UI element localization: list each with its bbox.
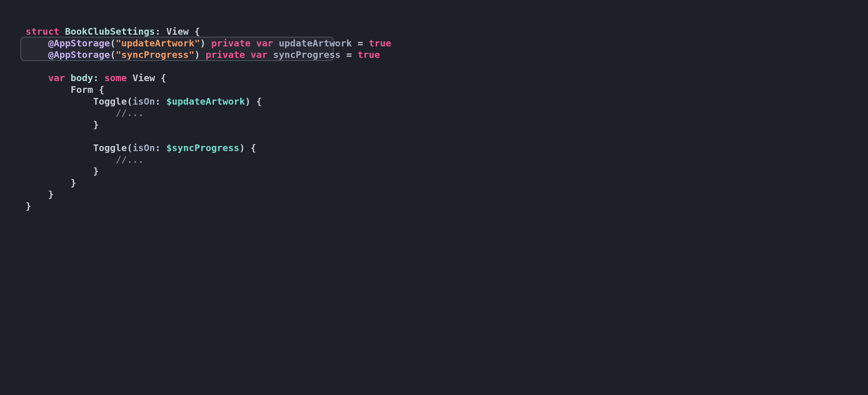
code-line-9: } [26,119,99,130]
paren-open: ( [127,96,133,107]
space [65,72,71,83]
space [245,49,251,60]
indent [26,84,48,95]
comment: //... [116,107,144,118]
indent [48,177,71,188]
indent [26,107,48,118]
code-line-2: @AppStorage("updateArtwork") private var… [26,38,391,49]
type-view: View [133,72,155,83]
keyword-private: private [206,49,245,60]
code-line-14: } [26,177,76,188]
code-line-3: @AppStorage("syncProgress") private var … [26,49,380,60]
attribute-appstorage: @AppStorage [48,38,110,49]
equals: = [346,49,352,60]
indent [70,96,93,107]
keyword-private: private [211,38,251,49]
space [161,96,166,107]
indent [48,84,71,95]
keyword-some: some [104,72,127,83]
indent [26,38,48,49]
code-line-11: Toggle(isOn: $syncProgress) { [26,142,256,153]
protocol-name: View [166,26,189,37]
brace-close: } [26,201,31,211]
indent [93,154,116,165]
string-literal: "syncProgress" [116,49,194,60]
binding: $syncProgress [166,142,240,153]
space [341,49,346,60]
indent [26,119,48,130]
brace-open: { [194,26,200,37]
code-line-15: } [26,189,54,200]
string-literal: "updateArtwork" [116,38,200,49]
code-line-5: var body: some View { [26,72,166,83]
indent [70,107,93,118]
space [251,38,256,49]
space [200,49,206,60]
code-line-16: } [26,201,31,211]
space [93,84,99,95]
space [161,142,166,153]
space [155,72,161,83]
equals: = [358,38,363,49]
indent [70,154,93,165]
brace-open: { [161,72,166,83]
indent [26,96,48,107]
paren-close: ) [245,96,251,107]
arg-label: isOn [133,96,155,107]
indent [26,177,48,188]
keyword-var: var [256,38,273,49]
space [352,38,358,49]
arg-label: isOn [133,142,155,153]
space [127,72,133,83]
indent [26,189,48,200]
brace-close: } [93,119,99,130]
paren-close: ) [200,38,206,49]
colon: : [155,142,161,153]
indent [26,142,48,153]
paren-close: ) [239,142,245,153]
paren-close: ) [194,49,200,60]
space [189,26,194,37]
indent [93,107,116,118]
indent [48,154,71,165]
indent [48,142,71,153]
paren-open: ( [110,49,116,60]
type-toggle: Toggle [93,142,127,153]
space [251,96,256,107]
code-line-8: //... [26,107,144,118]
indent [48,165,71,176]
brace-close: } [93,165,99,176]
brace-close: } [70,177,76,188]
space [273,38,279,49]
code-line-6: Form { [26,84,104,95]
keyword-true: true [358,49,380,60]
space [363,38,369,49]
identifier: syncProgress [273,49,341,60]
code-line-13: } [26,165,99,176]
code-line-1: struct BookClubSettings: View { [26,26,200,37]
keyword-var: var [251,49,268,60]
space [99,72,104,83]
code-line-7: Toggle(isOn: $updateArtwork) { [26,96,262,107]
brace-open: { [256,96,262,107]
type-form: Form [70,84,93,95]
attribute-appstorage: @AppStorage [48,49,110,60]
keyword-var: var [48,72,65,83]
indent [48,119,71,130]
indent [26,154,48,165]
code-line-12: //... [26,154,144,165]
paren-open: ( [127,142,133,153]
code-block: struct BookClubSettings: View { @AppStor… [26,26,391,212]
brace-open: { [99,84,104,95]
colon: : [155,96,161,107]
indent [26,165,48,176]
indent [26,72,48,83]
indent [26,49,48,60]
binding: $updateArtwork [166,96,245,107]
space [59,26,65,37]
type-name: BookClubSettings [65,26,155,37]
indent [70,142,93,153]
keyword-true: true [369,38,392,49]
space [206,38,211,49]
comment: //... [116,154,144,165]
